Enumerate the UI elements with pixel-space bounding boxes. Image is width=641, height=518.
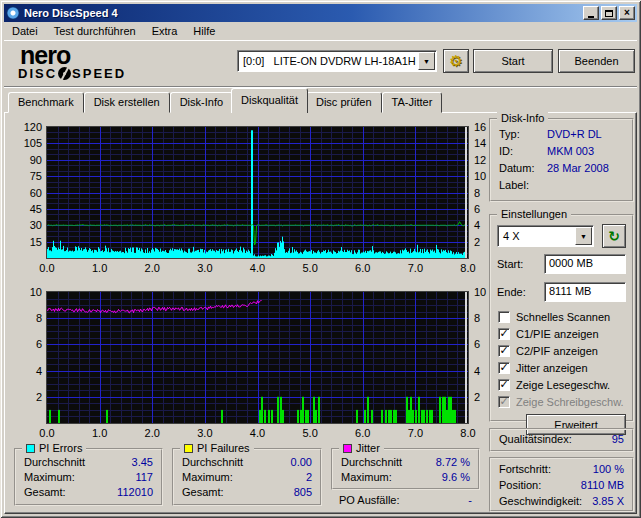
settings-title: Einstellungen [497,208,571,220]
axis-tick-label: 10 [474,170,498,183]
axis-tick-label: 60 [8,187,42,200]
speed-select[interactable]: 4 X ▼ [497,225,594,247]
stats-label: Durchschnitt [24,455,85,470]
start-button-label: Start [501,55,524,67]
tab-disk-erstellen[interactable]: Disk erstellen [84,92,170,113]
axis-tick-label: 15 [8,236,42,249]
checkbox-checked-icon[interactable]: ✓ [498,379,510,391]
checkbox-jitter-anzeigen[interactable]: ✓Jitter anzeigen [491,359,632,376]
quality-index-panel: Qualitätsindex: 95 [489,428,634,452]
axis-tick-label: 2 [8,391,42,404]
start-position-label: Start: [497,258,544,270]
menubar: Datei Test durchführen Extra Hilfe [4,22,637,41]
progress-value: 100 % [593,461,624,477]
axis-tick-label: 7.0 [400,262,430,275]
disk-id-value: MKM 003 [547,143,594,160]
checkbox-checked-icon[interactable]: ✓ [498,328,510,340]
stats-value: 0.00 [291,455,312,470]
minimize-button[interactable] [583,6,599,20]
legend-color-icon [343,444,352,453]
speed-select-arrow-icon[interactable]: ▼ [575,227,592,245]
axis-tick-label: 10 [8,286,42,299]
checkbox-c2-pif-anzeigen[interactable]: ✓C2/PIF anzeigen [491,342,632,359]
axis-tick-label: 6 [8,338,42,351]
jitter-pif-chart [46,291,469,424]
drive-selector[interactable]: [0:0] LITE-ON DVDRW LH-18A1H HL09 ▼ [237,50,437,72]
checkbox-label: Jitter anzeigen [516,362,588,374]
stats-value: 805 [294,485,312,500]
pie-errors-chart [46,126,469,259]
axis-tick-label: 8 [8,312,42,325]
checkbox-label: C1/PIE anzeigen [516,328,599,340]
po-failures-row: PO Ausfälle: - [331,492,480,508]
checkbox-zeige-schreibgeschw-[interactable]: ✓Zeige Schreibgeschw. [491,393,632,410]
disk-info-title: Disk-Info [497,112,548,124]
axis-tick-label: 4 [8,365,42,378]
tab-disk-info[interactable]: Disk-Info [170,92,233,113]
maximize-button[interactable] [601,6,617,20]
start-position-field[interactable]: 0000 MB [544,254,626,274]
menu-item-hilfe[interactable]: Hilfe [185,23,223,39]
stats-row-item: Durchschnitt8.72 % [333,455,478,470]
stats-row-item: Maximum:9.6 % [333,470,478,485]
checkbox-unchecked-icon[interactable] [498,311,510,323]
close-button[interactable]: × [619,6,635,20]
stats-value: 2 [306,470,312,485]
axis-tick-label: 0.0 [32,427,62,440]
tab-disc-pruefen[interactable]: Disc prüfen [306,92,382,113]
checkbox-checked-icon[interactable]: ✓ [498,362,510,374]
tab-strip: Benchmark Disk erstellen Disk-Info Diskq… [8,88,442,113]
axis-tick-label: 4 [474,365,498,378]
stats-panel-title-text: PI Errors [39,442,82,454]
app-icon [6,6,20,20]
stats-panel-jitter: JitterDurchschnitt8.72 %Maximum:9.6 % [331,448,480,490]
settings-groupbox: Einstellungen 4 X ▼ ↻ Start: 0000 MB End… [489,214,634,422]
end-position-field[interactable]: 8111 MB [544,282,626,302]
refresh-button[interactable]: ↻ [602,224,626,248]
logo-disc-text: DISC [18,66,57,81]
stats-value: 117 [135,470,153,485]
checkbox-schnelles-scannen[interactable]: Schnelles Scannen [491,308,632,325]
tab-diskqualitaet[interactable]: Diskqualität [231,88,308,113]
tab-benchmark[interactable]: Benchmark [8,92,84,113]
checkbox-c1-pie-anzeigen[interactable]: ✓C1/PIE anzeigen [491,325,632,342]
axis-tick-label: 2 [474,236,498,249]
axis-tick-label: 75 [8,170,42,183]
axis-tick-label: 3.0 [190,262,220,275]
chevron-down-icon[interactable]: ▼ [418,52,435,70]
axis-tick-label: 8.0 [453,262,483,275]
axis-tick-label: 6 [474,338,498,351]
checkbox-checked-icon[interactable]: ✓ [498,345,510,357]
eject-button[interactable]: ⚙ [443,49,469,73]
tab-ta-jitter[interactable]: TA-Jitter [382,92,443,113]
axis-tick-label: 16 [474,121,498,134]
axis-tick-label: 45 [8,203,42,216]
axis-tick-label: 1.0 [85,427,115,440]
start-button[interactable]: Start [473,49,553,73]
disk-type-label: Typ: [499,126,547,143]
stats-value: 8.72 % [436,455,470,470]
axis-tick-label: 14 [474,137,498,150]
checkbox-label: Zeige Schreibgeschw. [516,396,624,408]
checkbox-checked-icon[interactable]: ✓ [498,396,510,408]
menu-item-test-durchfuehren[interactable]: Test durchführen [46,23,144,39]
menu-item-datei[interactable]: Datei [4,23,46,39]
stats-row-item: Maximum:2 [174,470,320,485]
disk-id-label: ID: [499,143,547,160]
stats-panel-title: Jitter [339,442,384,454]
end-position-label: Ende: [497,286,544,298]
disk-date-label: Datum: [499,160,547,177]
close-icon: × [624,8,630,18]
quit-button-label: Beenden [574,55,618,67]
axis-tick-label: 6 [474,203,498,216]
stats-label: Durchschnitt [341,455,402,470]
quality-index-label: Qualitätsindex: [499,430,572,449]
progress-panel: Fortschritt:100 % Position:8110 MB Gesch… [489,457,634,512]
po-failures-label: PO Ausfälle: [339,492,400,508]
titlebar: Nero DiscSpeed 4 × [4,4,637,22]
menu-item-extra[interactable]: Extra [144,23,186,39]
quit-button[interactable]: Beenden [558,49,635,73]
checkbox-zeige-lesegeschw-[interactable]: ✓Zeige Lesegeschw. [491,376,632,393]
checkbox-label: C2/PIF anzeigen [516,345,598,357]
logo-speed-text: SPEED [72,66,126,81]
